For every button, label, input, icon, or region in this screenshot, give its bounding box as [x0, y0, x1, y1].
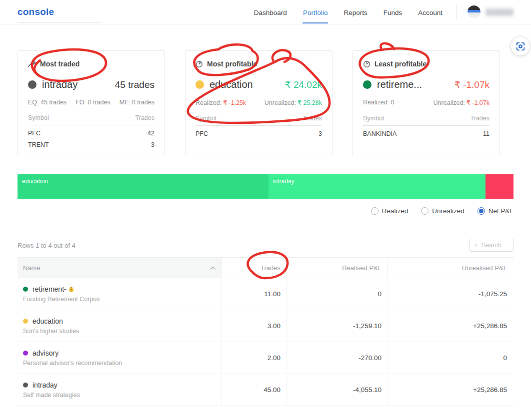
tag-dot — [23, 319, 28, 324]
symbol-cell: TRENT — [28, 141, 49, 148]
table-row-retirement[interactable]: retirement- Funding Retirement Corpus 11… — [18, 278, 514, 310]
tags-table: Name Trades Realised P&L Unrealised P&L … — [18, 257, 514, 406]
tag-name: intraday — [42, 79, 78, 90]
symbol-col-header: Symbol — [196, 115, 216, 122]
tag-dot — [363, 80, 372, 89]
card-title-label: Least profitable — [374, 60, 426, 68]
symbol-col-header: Symbol — [363, 115, 384, 122]
card-title-label: Most profitable — [207, 60, 257, 68]
logo-underline-divider — [18, 22, 102, 23]
column-header-unrealised-pnl[interactable]: Unrealised P&L — [388, 258, 513, 278]
toggle-realized[interactable]: Realized — [371, 207, 408, 215]
trades-cell: 11 — [483, 130, 490, 137]
table-row-intraday[interactable]: intraday Self made strategies 45.00 -4,0… — [18, 374, 514, 406]
symbol-row: PFC 42 — [28, 125, 154, 137]
card-stats: Realized: 0 Unrealized:₹ -1.07k — [363, 99, 490, 106]
unrealised-pnl-cell: +25,286.85 — [388, 374, 513, 406]
money-bag-icon — [68, 286, 74, 293]
tag-subtitle: Son's higher studies — [23, 328, 222, 335]
search-input[interactable] — [480, 241, 508, 249]
symbol-row: PFC 3 — [196, 126, 322, 137]
bar-segment-label: intraday — [273, 178, 294, 185]
tag-dot — [28, 80, 36, 89]
symbol-cell: PFC — [28, 130, 40, 137]
realised-pnl-cell: -270.00 — [286, 342, 388, 374]
table-meta-row: Rows 1 to 4 out of 4 — [18, 238, 514, 252]
stat-unrealized: Unrealized:₹ -1.07k — [434, 99, 490, 106]
stat-unrealized: Unrealized:₹ 25.28k — [264, 99, 322, 106]
nav-item-portfolio[interactable]: Portfolio — [302, 1, 328, 23]
card-title-label: Most traded — [40, 60, 80, 68]
search-icon — [474, 242, 478, 249]
symbol-table: Symbol Trades BANKINDIA 11 — [363, 115, 490, 137]
user-menu[interactable] — [456, 4, 514, 19]
trades-cell: 3 — [318, 130, 322, 137]
bar-segment-intraday[interactable]: intraday — [268, 174, 486, 199]
table-row-advisory[interactable]: advisory Personal advisor's recommendati… — [18, 342, 514, 374]
pnl-stacked-bar: education intraday — [18, 174, 514, 199]
tag-name: retirement- — [32, 285, 66, 293]
tag-subtitle: Personal advisor's recommendation — [23, 360, 222, 367]
toggle-net-pnl[interactable]: Net P&L — [478, 207, 514, 215]
symbol-table: Symbol Trades PFC 3 — [196, 115, 322, 137]
card-least-profitable: Least profitable retireme... ₹ -1.07k Re… — [352, 50, 500, 156]
stat-mf: MF: 0 trades — [120, 99, 154, 106]
nav-item-account[interactable]: Account — [418, 1, 443, 23]
pie-chart-icon — [196, 60, 203, 68]
nav-item-dashboard[interactable]: Dashboard — [254, 1, 288, 23]
stat-realized: Realized:₹ -1.25k — [196, 99, 246, 106]
symbol-row: TRENT 3 — [28, 137, 154, 148]
tag-dot — [23, 383, 28, 388]
unrealised-pnl-cell: +25,286.85 — [388, 310, 513, 342]
symbol-row: BANKINDIA 11 — [363, 126, 490, 137]
console-logo[interactable]: console — [18, 6, 54, 17]
annotation-tail-least-profitable — [380, 43, 394, 49]
column-header-trades[interactable]: Trades — [222, 258, 286, 278]
toggle-unrealized[interactable]: Unrealized — [421, 207, 464, 215]
trades-cell: 11.00 — [222, 278, 286, 310]
card-most-traded: Most traded intraday 45 trades EQ: 45 tr… — [18, 50, 165, 156]
symbol-table: Symbol Trades PFC 42 TRENT 3 — [28, 114, 154, 148]
user-name-blurred — [486, 8, 514, 16]
toggle-label: Realized — [382, 207, 408, 215]
tag-name: retireme... — [377, 79, 422, 90]
toggle-label: Unrealized — [432, 207, 464, 215]
nav-item-funds[interactable]: Funds — [383, 1, 403, 23]
radio-icon — [478, 207, 485, 215]
trades-cell: 3 — [151, 141, 154, 148]
screenshot-focus-icon — [515, 41, 526, 52]
realised-pnl-cell: -4,055.10 — [286, 374, 388, 406]
tag-name: intraday — [32, 381, 58, 389]
sort-asc-icon — [210, 266, 216, 270]
unrealised-pnl-cell: -1,075.25 — [388, 278, 513, 310]
table-row-education[interactable]: education Son's higher studies 3.00 -1,2… — [18, 310, 514, 342]
trades-cell: 45.00 — [222, 374, 286, 406]
table-header-row: Name Trades Realised P&L Unrealised P&L — [18, 257, 514, 278]
radio-icon — [371, 207, 378, 215]
toggle-label: Net P&L — [488, 207, 514, 215]
bar-segment-loss[interactable] — [486, 174, 514, 199]
summary-cards: Most traded intraday 45 trades EQ: 45 tr… — [18, 50, 514, 156]
top-navigation-bar: console Dashboard Portfolio Reports Fund… — [0, 0, 531, 24]
radio-icon — [421, 207, 428, 215]
pnl-view-toggles: Realized Unrealized Net P&L — [18, 205, 514, 216]
tag-name: education — [32, 317, 63, 325]
realised-pnl-cell: -1,259.10 — [286, 310, 388, 342]
screenshot-button[interactable] — [511, 37, 530, 55]
trend-up-icon — [28, 60, 36, 67]
column-header-realised-pnl[interactable]: Realised P&L — [286, 258, 388, 278]
card-value: ₹ 24.02k — [285, 79, 322, 90]
tag-name: education — [210, 79, 253, 90]
tag-dot — [23, 287, 28, 292]
stat-realized: Realized: 0 — [363, 99, 394, 106]
card-most-profitable: Most profitable education ₹ 24.02k Reali… — [185, 50, 332, 156]
bar-segment-education[interactable]: education — [18, 174, 268, 199]
column-header-name[interactable]: Name — [18, 258, 222, 278]
stat-fo: FO: 0 trades — [76, 99, 110, 106]
card-stats: EQ: 45 trades FO: 0 trades MF: 0 trades — [28, 99, 154, 106]
symbol-cell: PFC — [196, 130, 208, 137]
search-box[interactable] — [470, 239, 514, 252]
symbol-col-header: Symbol — [28, 114, 49, 121]
nav-item-reports[interactable]: Reports — [343, 1, 368, 23]
tag-subtitle: Funding Retirement Corpus — [23, 296, 222, 303]
